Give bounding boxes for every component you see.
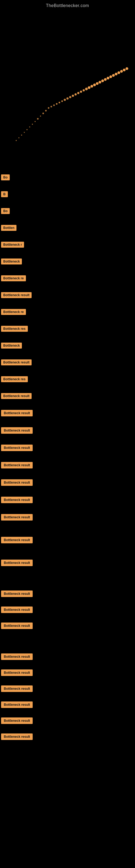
svg-point-26 <box>45 110 47 112</box>
svg-point-39 <box>115 73 118 75</box>
bottleneck-label-34: Bottleneck result <box>1 734 33 740</box>
bar-item-28: Bottleneck result <box>0 621 135 630</box>
svg-point-16 <box>101 80 104 82</box>
bar-item-20: Bottleneck result <box>0 461 135 470</box>
svg-point-33 <box>83 89 85 91</box>
svg-point-12 <box>80 91 82 93</box>
bottleneck-label-5: Bo <box>1 208 10 214</box>
svg-point-32 <box>77 92 79 94</box>
svg-point-27 <box>50 106 52 107</box>
bottleneck-label-27: Bottleneck result <box>1 607 33 613</box>
site-title: TheBottlenecker.com <box>0 0 135 10</box>
svg-point-40 <box>120 70 123 73</box>
bar-item-9: Bottleneck re <box>0 274 135 283</box>
bottleneck-label-31: Bottleneck result <box>1 685 33 692</box>
bottleneck-label-11: Bottleneck re <box>1 309 26 315</box>
bar-item-17: Bottleneck result <box>0 408 135 418</box>
svg-point-41 <box>126 67 128 70</box>
svg-point-35 <box>93 84 96 86</box>
bottleneck-label-3: Bo <box>1 175 10 180</box>
bar-item-14: Bottleneck result <box>0 358 135 367</box>
svg-point-3 <box>32 124 33 125</box>
svg-point-18 <box>112 74 115 77</box>
bar-item-empty-2 <box>0 162 135 173</box>
bottleneck-label-20: Bottleneck result <box>1 462 33 468</box>
bar-item-22: Bottleneck result <box>0 495 135 504</box>
bottleneck-label-32: Bottleneck result <box>1 702 33 708</box>
svg-point-20 <box>123 69 126 71</box>
bottleneck-label-29: Bottleneck result <box>1 653 33 660</box>
bottleneck-label-25: Bottleneck result <box>1 560 33 566</box>
bar-item-27: Bottleneck result <box>0 605 135 614</box>
bottleneck-label-18: Bottleneck result <box>1 427 33 434</box>
svg-point-5 <box>42 113 44 114</box>
svg-point-23 <box>29 126 30 127</box>
bars-section: Bo B Bo Bottlen Bottleneck r Bottleneck … <box>0 151 135 744</box>
bar-item-26: Bottleneck result <box>0 589 135 598</box>
svg-point-30 <box>66 97 69 99</box>
bottleneck-label-10: Bottleneck result <box>1 292 32 298</box>
bar-item-4: B <box>0 190 135 198</box>
svg-point-1 <box>21 134 22 135</box>
svg-point-6 <box>48 107 49 109</box>
svg-point-19 <box>118 71 120 74</box>
bar-item-21: Bottleneck result <box>0 478 135 487</box>
chart-area <box>0 10 135 151</box>
bottleneck-label-26: Bottleneck result <box>1 590 33 597</box>
bottleneck-label-22: Bottleneck result <box>1 497 33 503</box>
bottleneck-label-13: Bottleneck <box>1 343 22 348</box>
bar-item-7: Bottleneck r <box>0 240 135 249</box>
bar-item-19: Bottleneck result <box>0 443 135 453</box>
svg-point-29 <box>61 100 63 102</box>
bar-item-11: Bottleneck re <box>0 308 135 316</box>
bottleneck-label-9: Bottleneck re <box>1 275 26 281</box>
bar-item-10: Bottleneck result <box>0 291 135 300</box>
bottleneck-label-24: Bottleneck result <box>1 537 33 543</box>
svg-point-37 <box>104 78 107 81</box>
svg-point-28 <box>56 103 57 105</box>
bar-item-16: Bottleneck result <box>0 392 135 400</box>
bottleneck-label-33: Bottleneck result <box>1 717 33 724</box>
bottleneck-label-8: Bottleneck <box>1 258 22 265</box>
svg-point-11 <box>75 93 77 95</box>
bottleneck-label-23: Bottleneck result <box>1 514 33 521</box>
bottleneck-label-14: Bottleneck result <box>1 360 32 365</box>
bar-item-empty-1 <box>0 151 135 162</box>
svg-point-17 <box>107 77 109 80</box>
svg-point-9 <box>64 99 66 101</box>
svg-point-13 <box>85 88 88 90</box>
svg-point-0 <box>16 140 17 141</box>
bottleneck-label-28: Bottleneck result <box>1 622 33 629</box>
bar-item-34: Bottleneck result <box>0 732 135 741</box>
svg-point-4 <box>37 118 39 120</box>
svg-point-22 <box>24 132 25 133</box>
site-title-container: TheBottlenecker.com <box>0 0 135 10</box>
bar-item-24: Bottleneck result <box>0 535 135 545</box>
bottleneck-label-19: Bottleneck result <box>1 444 33 451</box>
svg-point-2 <box>27 129 28 130</box>
bar-item-33: Bottleneck result <box>0 716 135 725</box>
bottleneck-label-30: Bottleneck result <box>1 670 33 676</box>
bottleneck-label-15: Bottleneck res <box>1 376 28 382</box>
bar-item-6: Bottlen <box>0 223 135 232</box>
bottleneck-label-16: Bottleneck result <box>1 393 32 399</box>
bottleneck-label-17: Bottleneck result <box>1 410 33 416</box>
svg-point-25 <box>40 116 41 117</box>
bar-item-29: Bottleneck result <box>0 652 135 661</box>
bottleneck-label-7: Bottleneck r <box>1 242 24 248</box>
bar-item-31: Bottleneck result <box>0 684 135 693</box>
svg-point-36 <box>98 81 101 84</box>
svg-point-15 <box>96 82 98 85</box>
bar-item-12: Bottleneck res <box>0 324 135 333</box>
svg-point-24 <box>35 121 36 122</box>
svg-point-7 <box>53 104 55 106</box>
bar-item-23: Bottleneck result <box>0 513 135 522</box>
bar-item-18: Bottleneck result <box>0 426 135 435</box>
bar-item-13: Bottleneck <box>0 341 135 350</box>
bottleneck-label-21: Bottleneck result <box>1 479 33 486</box>
bar-item-8: Bottleneck <box>0 257 135 266</box>
bar-item-32: Bottleneck result <box>0 700 135 709</box>
bar-item-30: Bottleneck result <box>0 668 135 677</box>
svg-point-14 <box>90 85 93 88</box>
bottleneck-label-12: Bottleneck res <box>1 326 28 332</box>
